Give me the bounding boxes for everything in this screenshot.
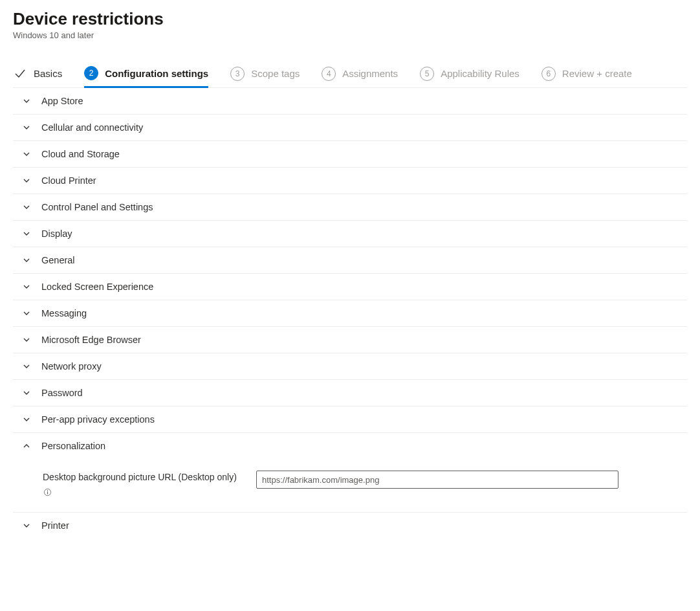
section-label: Display	[41, 228, 72, 239]
step-number-badge: 6	[541, 67, 556, 81]
section-cloud-printer[interactable]: Cloud Printer	[13, 168, 687, 194]
chevron-down-icon	[22, 309, 31, 318]
section-app-store[interactable]: App Store	[13, 88, 687, 115]
wizard-step-label: Basics	[34, 68, 62, 79]
section-password[interactable]: Password	[13, 380, 687, 406]
desktop-background-url-input[interactable]	[256, 471, 618, 489]
chevron-down-icon	[22, 335, 31, 344]
chevron-down-icon	[22, 176, 31, 185]
wizard-step-label: Configuration settings	[105, 68, 208, 79]
step-number-badge: 3	[230, 67, 245, 81]
chevron-down-icon	[22, 229, 31, 238]
section-label: Personalization	[41, 441, 105, 451]
wizard-step-label: Assignments	[342, 68, 398, 79]
settings-sections: App Store Cellular and connectivity Clou…	[13, 88, 687, 539]
section-label: Cellular and connectivity	[41, 122, 143, 133]
section-label: Locked Screen Experience	[41, 282, 153, 292]
section-label: Cloud Printer	[41, 175, 96, 186]
section-label: Cloud and Storage	[41, 149, 120, 159]
wizard-step-applicability-rules[interactable]: 5 Applicability Rules	[420, 61, 520, 87]
step-number-badge: 4	[322, 67, 336, 81]
section-label: Per-app privacy exceptions	[41, 414, 155, 425]
wizard-step-label: Review + create	[562, 68, 632, 79]
section-network-proxy[interactable]: Network proxy	[13, 353, 687, 380]
section-locked-screen-experience[interactable]: Locked Screen Experience	[13, 274, 687, 300]
section-label: Control Panel and Settings	[41, 202, 153, 212]
section-cloud-storage[interactable]: Cloud and Storage	[13, 141, 687, 168]
chevron-down-icon	[22, 388, 31, 397]
svg-rect-2	[47, 491, 47, 494]
wizard-step-basics[interactable]: Basics	[13, 61, 62, 87]
chevron-down-icon	[22, 282, 31, 291]
chevron-down-icon	[22, 362, 31, 371]
chevron-down-icon	[22, 203, 31, 212]
chevron-down-icon	[22, 256, 31, 265]
section-printer[interactable]: Printer	[13, 513, 687, 539]
page-subtitle: Windows 10 and later	[13, 30, 687, 40]
wizard-step-assignments[interactable]: 4 Assignments	[322, 61, 398, 87]
wizard-stepper: Basics 2 Configuration settings 3 Scope …	[13, 61, 687, 88]
section-microsoft-edge-browser[interactable]: Microsoft Edge Browser	[13, 327, 687, 353]
chevron-down-icon	[22, 150, 31, 159]
wizard-step-label: Applicability Rules	[441, 68, 520, 79]
section-label: Microsoft Edge Browser	[41, 335, 141, 345]
section-label: Password	[41, 388, 83, 398]
section-messaging[interactable]: Messaging	[13, 300, 687, 327]
page-title: Device restrictions	[13, 9, 687, 29]
section-cellular-connectivity[interactable]: Cellular and connectivity	[13, 115, 687, 141]
section-display[interactable]: Display	[13, 221, 687, 247]
section-general[interactable]: General	[13, 247, 687, 274]
chevron-down-icon	[22, 123, 31, 132]
wizard-step-label: Scope tags	[251, 68, 300, 79]
step-number-badge: 2	[84, 66, 98, 80]
section-label: General	[41, 255, 75, 265]
section-label: Network proxy	[41, 361, 102, 372]
field-label-text: Desktop background picture URL (Desktop …	[43, 471, 237, 483]
chevron-down-icon	[22, 415, 31, 424]
check-icon	[13, 67, 27, 81]
personalization-body: Desktop background picture URL (Desktop …	[13, 459, 687, 513]
field-label-desktop-bg-url: Desktop background picture URL (Desktop …	[43, 471, 243, 496]
chevron-down-icon	[22, 96, 31, 106]
section-control-panel-settings[interactable]: Control Panel and Settings	[13, 194, 687, 221]
chevron-up-icon	[22, 441, 31, 450]
wizard-step-scope-tags[interactable]: 3 Scope tags	[230, 61, 300, 87]
section-label: Messaging	[41, 308, 87, 318]
section-per-app-privacy-exceptions[interactable]: Per-app privacy exceptions	[13, 406, 687, 433]
section-label: Printer	[41, 520, 69, 531]
chevron-down-icon	[22, 521, 31, 530]
section-label: App Store	[41, 96, 83, 106]
info-icon[interactable]	[43, 487, 52, 496]
wizard-step-configuration-settings[interactable]: 2 Configuration settings	[84, 61, 208, 88]
section-personalization[interactable]: Personalization	[13, 433, 687, 459]
wizard-step-review-create[interactable]: 6 Review + create	[541, 61, 632, 87]
step-number-badge: 5	[420, 67, 434, 81]
svg-point-1	[47, 490, 47, 491]
